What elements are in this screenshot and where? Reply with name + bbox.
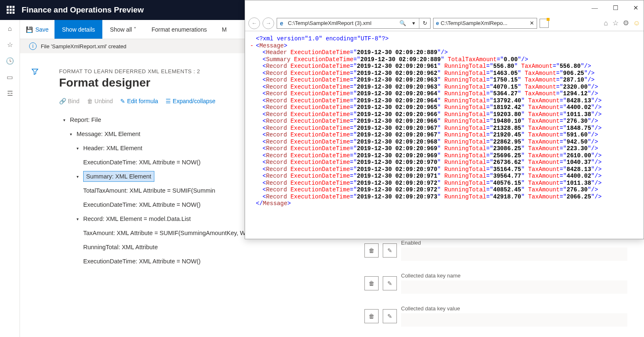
info-icon: i bbox=[29, 42, 37, 50]
favorites-icon[interactable]: ☆ bbox=[7, 41, 13, 49]
tree-node-report[interactable]: Report: File bbox=[70, 116, 101, 123]
tab-close-icon[interactable]: ✕ bbox=[530, 20, 534, 26]
chevron-down-icon: ˅ bbox=[134, 26, 136, 33]
edit-keyval-button[interactable]: ✎ bbox=[383, 309, 397, 323]
expand-collapse-button[interactable]: ☰Expand/collapse bbox=[166, 98, 215, 104]
link-icon: 🔗 bbox=[59, 98, 66, 104]
pencil-icon: ✎ bbox=[120, 98, 125, 104]
dropdown-icon[interactable]: ▾ bbox=[408, 20, 419, 26]
app-launcher-icon[interactable] bbox=[7, 6, 15, 14]
tree-node-summary[interactable]: Summary: XML Element bbox=[83, 171, 154, 182]
xml-content-view: <?xml version="1.0" encoding="UTF-8"?>-<… bbox=[245, 31, 644, 211]
prop-keyval-label: Collected data key value bbox=[401, 305, 627, 312]
recent-icon[interactable]: 🕓 bbox=[6, 57, 14, 65]
modules-icon[interactable]: ☲ bbox=[7, 89, 13, 97]
back-button[interactable]: ← bbox=[248, 17, 260, 29]
url-text[interactable]: C:\Temp\SampleXmlReport (3).xml bbox=[286, 20, 397, 26]
browser-tab[interactable]: e C:\Temp\SampleXmlRepo... ✕ bbox=[433, 18, 537, 29]
tree-node-totaltax[interactable]: TotalTaxAmount: XML Attribute = SUMIF(Su… bbox=[83, 187, 215, 194]
delete-enabled-button[interactable]: 🗑 bbox=[364, 243, 379, 258]
tree-node-header[interactable]: Header: XML Element bbox=[83, 145, 142, 151]
prop-enabled-label: Enabled bbox=[401, 240, 627, 246]
prop-keyval-value[interactable] bbox=[401, 313, 627, 327]
refresh-button[interactable]: ↻ bbox=[419, 20, 430, 26]
format-enumerations-button[interactable]: Format enumerations bbox=[144, 26, 214, 33]
tree-node-header-exec[interactable]: ExecutionDateTime: XML Attribute = NOW() bbox=[83, 159, 201, 166]
forward-button[interactable]: → bbox=[263, 17, 274, 29]
save-label: Save bbox=[35, 26, 49, 33]
left-nav-rail: ⌂ ☆ 🕓 ▭ ☲ bbox=[0, 20, 20, 337]
minimize-button[interactable]: — bbox=[592, 5, 598, 12]
tree-node-message[interactable]: Message: XML Element bbox=[77, 131, 140, 137]
more-button[interactable]: M bbox=[214, 26, 234, 33]
tree-node-record[interactable]: Record: XML Element = model.Data.List bbox=[83, 216, 191, 222]
delete-keyname-button[interactable]: 🗑 bbox=[364, 276, 379, 290]
bind-button: 🔗Bind bbox=[59, 98, 79, 104]
gear-icon[interactable]: ⚙ bbox=[623, 19, 629, 27]
ie-icon: e bbox=[436, 20, 439, 26]
list-icon: ☰ bbox=[166, 98, 171, 104]
filter-icon[interactable] bbox=[32, 68, 38, 76]
close-button[interactable]: ✕ bbox=[633, 4, 639, 12]
tab-title: C:\Temp\SampleXmlRepo... bbox=[441, 20, 528, 26]
show-details-button[interactable]: Show details bbox=[54, 20, 102, 39]
workspaces-icon[interactable]: ▭ bbox=[7, 73, 13, 81]
maximize-button[interactable]: ☐ bbox=[613, 4, 618, 12]
search-icon[interactable]: 🔍 bbox=[397, 20, 408, 26]
new-tab-button[interactable] bbox=[540, 19, 549, 28]
ie-toolbar: ← → e C:\Temp\SampleXmlReport (3).xml 🔍 … bbox=[245, 15, 644, 31]
edit-keyname-button[interactable]: ✎ bbox=[383, 276, 397, 290]
tree-node-summary-exec[interactable]: ExecutionDateTime: XML Attribute = NOW() bbox=[83, 201, 201, 208]
home-icon[interactable]: ⌂ bbox=[604, 19, 608, 27]
unbind-button: 🗑Unbind bbox=[87, 98, 113, 104]
prop-enabled-value[interactable] bbox=[401, 248, 627, 261]
prop-keyname-value[interactable] bbox=[401, 280, 627, 294]
edit-enabled-button[interactable]: ✎ bbox=[383, 243, 397, 258]
save-button[interactable]: 💾 Save bbox=[20, 26, 54, 33]
prop-keyname-label: Collected data key name bbox=[401, 273, 627, 279]
ie-browser-window: — ☐ ✕ ← → e C:\Temp\SampleXmlReport (3).… bbox=[245, 0, 644, 239]
trash-icon: 🗑 bbox=[87, 98, 93, 104]
window-title-bar[interactable]: — ☐ ✕ bbox=[245, 0, 644, 15]
app-title: Finance and Operations Preview bbox=[22, 5, 144, 15]
edit-formula-button[interactable]: ✎Edit formula bbox=[120, 98, 158, 104]
favorites-icon[interactable]: ☆ bbox=[612, 19, 619, 27]
tree-node-runningtotal[interactable]: RunningTotal: XML Attribute bbox=[83, 244, 158, 250]
home-icon[interactable]: ⌂ bbox=[8, 25, 12, 32]
info-message-text: File 'SampleXmlReport.xml' created bbox=[41, 43, 126, 50]
address-bar[interactable]: e C:\Temp\SampleXmlReport (3).xml 🔍 ▾ ↻ bbox=[277, 18, 431, 29]
save-icon: 💾 bbox=[26, 26, 33, 33]
delete-keyval-button[interactable]: 🗑 bbox=[364, 309, 379, 323]
show-all-button[interactable]: Show all ˅ bbox=[102, 26, 144, 33]
ie-icon: e bbox=[277, 20, 286, 27]
smiley-icon[interactable]: ☺ bbox=[633, 19, 640, 27]
tree-node-record-exec[interactable]: ExecutionDateTime: XML Attribute = NOW() bbox=[83, 258, 201, 265]
